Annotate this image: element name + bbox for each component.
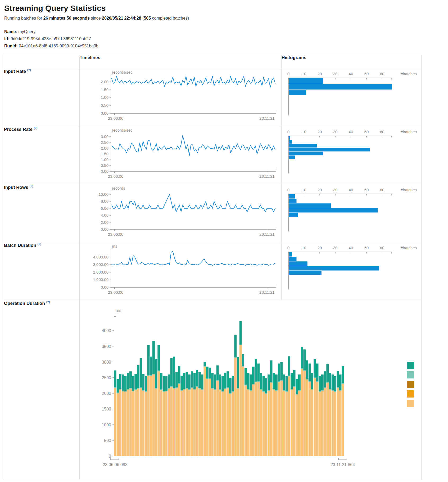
query-runid-row: RunId: 04e101e6-8bf8-4165-9099-9104c951b… <box>4 42 448 50</box>
svg-text:records: records <box>112 186 125 190</box>
svg-text:2,000.00: 2,000.00 <box>93 270 108 274</box>
input-rate-help-icon[interactable]: (?) <box>27 68 31 72</box>
table-header-row: Timelines Histograms <box>4 55 422 68</box>
svg-text:50: 50 <box>364 188 369 192</box>
histogram-svg: 0102030405060#batches <box>282 126 419 183</box>
svg-text:60: 60 <box>380 188 384 192</box>
timeline-svg: records/sec3.002.502.001.501.000.500.002… <box>80 126 281 183</box>
svg-text:0.00: 0.00 <box>101 111 108 115</box>
svg-text:8.00: 8.00 <box>101 199 108 203</box>
header-histograms: Histograms <box>282 55 422 68</box>
row-label-input-rate: Input Rate (?) <box>4 68 80 126</box>
svg-text:1500: 1500 <box>102 407 111 411</box>
svg-text:1.50: 1.50 <box>101 151 108 156</box>
operation-duration-help-icon[interactable]: (?) <box>46 300 50 304</box>
histogram-svg: 0102030405060#batches <box>282 184 419 241</box>
svg-text:4.00: 4.00 <box>101 213 108 217</box>
svg-text:30: 30 <box>333 188 338 192</box>
svg-text:500: 500 <box>104 438 111 443</box>
svg-text:ms: ms <box>112 244 117 248</box>
process-rate-histogram: 0102030405060#batches <box>282 126 422 184</box>
svg-text:10: 10 <box>302 72 306 76</box>
table-row-input-rows: Input Rows (?) records10.008.006.004.002… <box>4 184 422 242</box>
query-id-value: 9d0dd219-995d-423e-b97d-36931110bb27 <box>11 37 91 41</box>
svg-text:2500: 2500 <box>102 376 111 380</box>
svg-text:1000: 1000 <box>102 423 111 427</box>
svg-text:0.00: 0.00 <box>101 169 108 173</box>
table-row-batch-duration: Batch Duration (?) ms4,000.003,000.002,0… <box>4 242 422 300</box>
table-row-process-rate: Process Rate (?) records/sec3.002.502.00… <box>4 126 422 184</box>
svg-text:10.00: 10.00 <box>98 192 108 197</box>
svg-text:0.50: 0.50 <box>101 163 108 168</box>
input-rate-timeline: records/sec2.001.501.000.500.0023:06:062… <box>80 68 282 126</box>
svg-text:records/sec: records/sec <box>112 70 133 74</box>
svg-text:2000: 2000 <box>102 391 111 396</box>
legend-swatch-4 <box>407 400 414 407</box>
svg-text:ms: ms <box>116 308 121 313</box>
svg-text:0.00: 0.00 <box>101 227 108 231</box>
timeline-svg: records/sec2.001.501.000.500.0023:06:062… <box>80 68 281 125</box>
query-id-row: Id: 9d0dd219-995d-423e-b97d-36931110bb27 <box>4 35 448 42</box>
batch-duration-help-icon[interactable]: (?) <box>38 242 41 246</box>
svg-text:10: 10 <box>302 246 306 250</box>
header-timelines: Timelines <box>80 55 282 68</box>
input-rows-timeline: records10.008.006.004.002.000.0023:06:06… <box>80 184 282 242</box>
svg-text:4,000.00: 4,000.00 <box>93 255 108 259</box>
svg-text:3500: 3500 <box>102 344 111 349</box>
svg-text:3000: 3000 <box>102 360 111 364</box>
svg-text:20: 20 <box>318 188 322 192</box>
svg-text:60: 60 <box>380 130 384 134</box>
svg-text:1.00: 1.00 <box>101 95 108 100</box>
svg-text:records/sec: records/sec <box>112 128 133 132</box>
query-runid-value: 04e101e6-8bf8-4165-9099-9104c951ba3b <box>19 44 98 48</box>
svg-text:2.00: 2.00 <box>101 220 108 225</box>
row-label-process-rate: Process Rate (?) <box>4 126 80 184</box>
svg-text:1,000.00: 1,000.00 <box>93 277 108 282</box>
svg-text:2.50: 2.50 <box>101 140 108 145</box>
svg-text:50: 50 <box>364 130 369 134</box>
svg-text:50: 50 <box>364 246 369 250</box>
svg-text:20: 20 <box>318 72 322 76</box>
batch-duration-histogram: 0102030405060#batches <box>282 242 422 300</box>
row-label-operation-duration: Operation Duration (?) <box>4 300 80 480</box>
header-empty <box>4 55 80 68</box>
svg-text:0.00: 0.00 <box>101 285 108 289</box>
table-row-input-rate: Input Rate (?) records/sec2.001.501.000.… <box>4 68 422 126</box>
row-label-input-rows: Input Rows (?) <box>4 184 80 242</box>
svg-text:23:06:06.093: 23:06:06.093 <box>103 462 128 467</box>
svg-text:23:06:06: 23:06:06 <box>108 174 123 178</box>
svg-text:0: 0 <box>287 188 289 192</box>
timeline-svg: records10.008.006.004.002.000.0023:06:06… <box>80 184 281 241</box>
query-name-value: myQuery <box>18 29 35 34</box>
svg-text:2.00: 2.00 <box>101 79 108 84</box>
input-rate-histogram: 0102030405060#batches <box>282 68 422 126</box>
operation-duration-legend <box>407 362 414 409</box>
svg-text:0: 0 <box>287 130 289 134</box>
svg-text:23:11:21.864: 23:11:21.864 <box>331 462 355 467</box>
svg-text:0.50: 0.50 <box>101 103 108 108</box>
query-name-row: Name: myQuery <box>4 28 448 35</box>
svg-text:4000: 4000 <box>102 328 111 333</box>
input-rows-help-icon[interactable]: (?) <box>29 184 33 188</box>
batch-duration-timeline: ms4,000.003,000.002,000.001,000.000.0023… <box>80 242 282 300</box>
svg-text:0: 0 <box>109 454 111 458</box>
svg-text:30: 30 <box>333 246 338 250</box>
svg-text:30: 30 <box>333 72 338 76</box>
legend-swatch-1 <box>407 371 414 378</box>
svg-text:#batches: #batches <box>401 188 417 192</box>
histogram-svg: 0102030405060#batches <box>282 68 419 125</box>
process-rate-help-icon[interactable]: (?) <box>34 126 37 130</box>
process-rate-timeline: records/sec3.002.502.001.501.000.500.002… <box>80 126 282 184</box>
timeline-svg: ms4,000.003,000.002,000.001,000.000.0023… <box>80 242 281 299</box>
svg-text:#batches: #batches <box>401 72 417 76</box>
statistics-table: Timelines Histograms Input Rate (?) reco… <box>4 55 422 480</box>
svg-text:23:06:06: 23:06:06 <box>108 290 123 294</box>
svg-text:#batches: #batches <box>401 130 417 134</box>
running-duration: 26 minutes 56 seconds <box>43 16 90 20</box>
page-title: Streaming Query Statistics <box>4 4 448 13</box>
svg-text:23:11:21: 23:11:21 <box>259 232 274 236</box>
svg-text:3.00: 3.00 <box>101 134 108 139</box>
svg-text:0: 0 <box>287 246 289 250</box>
svg-text:10: 10 <box>302 130 306 134</box>
histogram-svg: 0102030405060#batches <box>282 242 419 299</box>
